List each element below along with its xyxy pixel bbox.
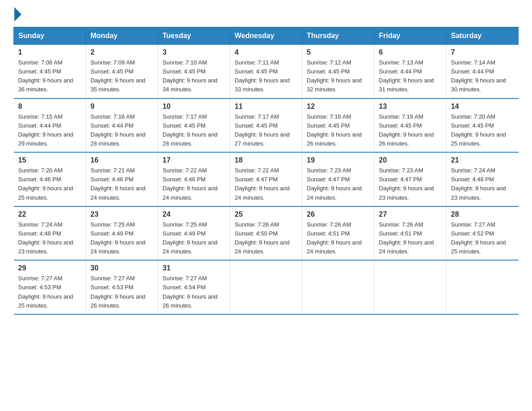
- day-number: 14: [451, 103, 514, 111]
- calendar-week-row: 15Sunrise: 7:20 AMSunset: 4:46 PMDayligh…: [14, 152, 519, 206]
- day-info: Sunrise: 7:23 AMSunset: 4:47 PMDaylight:…: [307, 166, 369, 202]
- day-info: Sunrise: 7:27 AMSunset: 4:52 PMDaylight:…: [451, 220, 514, 257]
- calendar-cell: 3Sunrise: 7:10 AMSunset: 4:45 PMDaylight…: [158, 45, 230, 98]
- day-number: 15: [18, 156, 82, 164]
- calendar-cell: 19Sunrise: 7:23 AMSunset: 4:47 PMDayligh…: [302, 152, 374, 206]
- calendar-cell: 17Sunrise: 7:22 AMSunset: 4:46 PMDayligh…: [158, 152, 230, 206]
- day-info: Sunrise: 7:13 AMSunset: 4:44 PMDaylight:…: [379, 58, 442, 94]
- calendar-week-row: 29Sunrise: 7:27 AMSunset: 4:53 PMDayligh…: [14, 260, 519, 314]
- logo: [13, 9, 21, 19]
- calendar-cell: 29Sunrise: 7:27 AMSunset: 4:53 PMDayligh…: [14, 260, 86, 314]
- day-number: 12: [307, 103, 369, 111]
- header-saturday: Saturday: [446, 27, 519, 45]
- header-friday: Friday: [374, 27, 446, 45]
- day-info: Sunrise: 7:23 AMSunset: 4:47 PMDaylight:…: [379, 166, 442, 202]
- day-info: Sunrise: 7:16 AMSunset: 4:44 PMDaylight:…: [90, 112, 153, 149]
- day-info: Sunrise: 7:26 AMSunset: 4:51 PMDaylight:…: [379, 220, 442, 257]
- day-info: Sunrise: 7:14 AMSunset: 4:44 PMDaylight:…: [451, 58, 514, 94]
- day-number: 21: [451, 156, 514, 164]
- day-info: Sunrise: 7:18 AMSunset: 4:45 PMDaylight:…: [307, 112, 369, 149]
- calendar-cell: 6Sunrise: 7:13 AMSunset: 4:44 PMDaylight…: [374, 45, 446, 98]
- calendar-cell: 16Sunrise: 7:21 AMSunset: 4:46 PMDayligh…: [86, 152, 158, 206]
- day-number: 26: [307, 210, 369, 218]
- day-info: Sunrise: 7:19 AMSunset: 4:45 PMDaylight:…: [379, 112, 442, 149]
- calendar-cell: 18Sunrise: 7:22 AMSunset: 4:47 PMDayligh…: [230, 152, 302, 206]
- calendar-cell: 27Sunrise: 7:26 AMSunset: 4:51 PMDayligh…: [374, 206, 446, 261]
- calendar-header-row: SundayMondayTuesdayWednesdayThursdayFrid…: [14, 27, 519, 45]
- header-monday: Monday: [86, 27, 158, 45]
- day-info: Sunrise: 7:26 AMSunset: 4:50 PMDaylight:…: [235, 220, 297, 257]
- day-number: 24: [163, 210, 225, 218]
- day-number: 5: [307, 48, 369, 56]
- day-number: 20: [379, 156, 442, 164]
- calendar-cell: 26Sunrise: 7:26 AMSunset: 4:51 PMDayligh…: [302, 206, 374, 261]
- calendar-cell: 20Sunrise: 7:23 AMSunset: 4:47 PMDayligh…: [374, 152, 446, 206]
- header-wednesday: Wednesday: [230, 27, 302, 45]
- calendar-cell: 4Sunrise: 7:11 AMSunset: 4:45 PMDaylight…: [230, 45, 302, 98]
- day-number: 13: [379, 103, 442, 111]
- header-thursday: Thursday: [302, 27, 374, 45]
- day-number: 4: [235, 48, 297, 56]
- calendar-cell: 7Sunrise: 7:14 AMSunset: 4:44 PMDaylight…: [446, 45, 519, 98]
- day-info: Sunrise: 7:22 AMSunset: 4:46 PMDaylight:…: [163, 166, 225, 202]
- day-number: 11: [235, 103, 297, 111]
- day-info: Sunrise: 7:25 AMSunset: 4:49 PMDaylight:…: [163, 220, 225, 257]
- calendar-cell: [230, 260, 302, 314]
- header-tuesday: Tuesday: [158, 27, 230, 45]
- day-info: Sunrise: 7:27 AMSunset: 4:53 PMDaylight:…: [90, 274, 153, 310]
- day-info: Sunrise: 7:17 AMSunset: 4:45 PMDaylight:…: [235, 112, 297, 149]
- day-info: Sunrise: 7:22 AMSunset: 4:47 PMDaylight:…: [235, 166, 297, 202]
- calendar-cell: 13Sunrise: 7:19 AMSunset: 4:45 PMDayligh…: [374, 98, 446, 153]
- day-info: Sunrise: 7:12 AMSunset: 4:45 PMDaylight:…: [307, 58, 369, 94]
- calendar-cell: 8Sunrise: 7:15 AMSunset: 4:44 PMDaylight…: [14, 98, 86, 153]
- day-number: 16: [90, 156, 153, 164]
- day-info: Sunrise: 7:17 AMSunset: 4:45 PMDaylight:…: [163, 112, 225, 149]
- day-number: 27: [379, 210, 442, 218]
- calendar-cell: [446, 260, 519, 314]
- day-number: 8: [18, 103, 82, 111]
- day-info: Sunrise: 7:24 AMSunset: 4:48 PMDaylight:…: [451, 166, 514, 202]
- calendar-table: SundayMondayTuesdayWednesdayThursdayFrid…: [13, 27, 519, 315]
- day-info: Sunrise: 7:10 AMSunset: 4:45 PMDaylight:…: [163, 58, 225, 94]
- header-sunday: Sunday: [14, 27, 86, 45]
- calendar-week-row: 22Sunrise: 7:24 AMSunset: 4:48 PMDayligh…: [14, 206, 519, 261]
- day-info: Sunrise: 7:25 AMSunset: 4:49 PMDaylight:…: [90, 220, 153, 257]
- day-info: Sunrise: 7:27 AMSunset: 4:54 PMDaylight:…: [163, 274, 225, 310]
- day-number: 7: [451, 48, 514, 56]
- day-number: 28: [451, 210, 514, 218]
- calendar-cell: 12Sunrise: 7:18 AMSunset: 4:45 PMDayligh…: [302, 98, 374, 153]
- day-number: 25: [235, 210, 297, 218]
- calendar-cell: 5Sunrise: 7:12 AMSunset: 4:45 PMDaylight…: [302, 45, 374, 98]
- calendar-week-row: 1Sunrise: 7:08 AMSunset: 4:45 PMDaylight…: [14, 45, 519, 98]
- calendar-cell: 14Sunrise: 7:20 AMSunset: 4:45 PMDayligh…: [446, 98, 519, 153]
- day-number: 3: [163, 48, 225, 56]
- day-number: 29: [18, 264, 82, 272]
- calendar-cell: 1Sunrise: 7:08 AMSunset: 4:45 PMDaylight…: [14, 45, 86, 98]
- calendar-cell: [302, 260, 374, 314]
- calendar-cell: 21Sunrise: 7:24 AMSunset: 4:48 PMDayligh…: [446, 152, 519, 206]
- day-number: 30: [90, 264, 153, 272]
- day-number: 18: [235, 156, 297, 164]
- day-number: 19: [307, 156, 369, 164]
- calendar-cell: 25Sunrise: 7:26 AMSunset: 4:50 PMDayligh…: [230, 206, 302, 261]
- day-info: Sunrise: 7:20 AMSunset: 4:45 PMDaylight:…: [451, 112, 514, 149]
- day-number: 23: [90, 210, 153, 218]
- calendar-cell: 22Sunrise: 7:24 AMSunset: 4:48 PMDayligh…: [14, 206, 86, 261]
- day-number: 2: [90, 48, 153, 56]
- day-number: 1: [18, 48, 82, 56]
- day-number: 10: [163, 103, 225, 111]
- day-info: Sunrise: 7:09 AMSunset: 4:45 PMDaylight:…: [90, 58, 153, 94]
- day-info: Sunrise: 7:26 AMSunset: 4:51 PMDaylight:…: [307, 220, 369, 257]
- calendar-week-row: 8Sunrise: 7:15 AMSunset: 4:44 PMDaylight…: [14, 98, 519, 153]
- calendar-cell: 2Sunrise: 7:09 AMSunset: 4:45 PMDaylight…: [86, 45, 158, 98]
- day-number: 31: [163, 264, 225, 272]
- calendar-cell: 15Sunrise: 7:20 AMSunset: 4:46 PMDayligh…: [14, 152, 86, 206]
- calendar-cell: 30Sunrise: 7:27 AMSunset: 4:53 PMDayligh…: [86, 260, 158, 314]
- day-number: 17: [163, 156, 225, 164]
- calendar-cell: 10Sunrise: 7:17 AMSunset: 4:45 PMDayligh…: [158, 98, 230, 153]
- logo-arrow-icon: [14, 7, 21, 21]
- calendar-cell: 31Sunrise: 7:27 AMSunset: 4:54 PMDayligh…: [158, 260, 230, 314]
- day-info: Sunrise: 7:08 AMSunset: 4:45 PMDaylight:…: [18, 58, 82, 94]
- day-info: Sunrise: 7:15 AMSunset: 4:44 PMDaylight:…: [18, 112, 82, 149]
- day-info: Sunrise: 7:27 AMSunset: 4:53 PMDaylight:…: [18, 274, 82, 310]
